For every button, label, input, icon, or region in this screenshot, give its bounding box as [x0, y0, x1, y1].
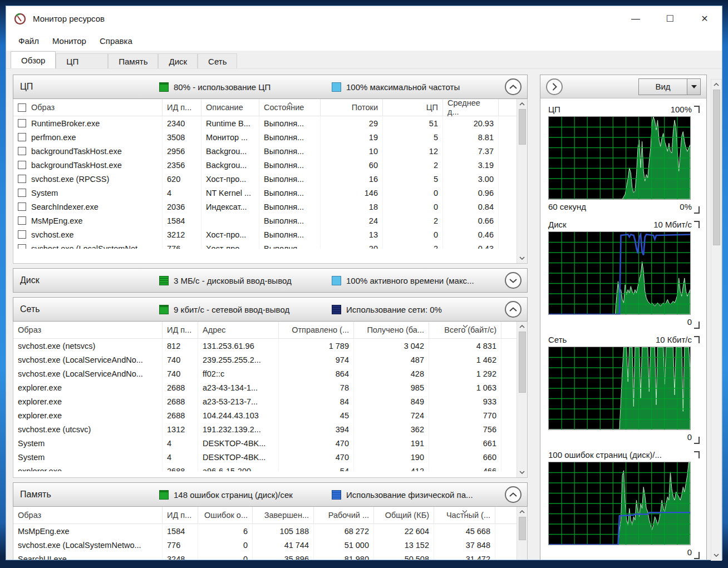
sort-indicator-icon — [462, 507, 467, 515]
network-collapse-button[interactable] — [505, 301, 522, 318]
row-checkbox[interactable] — [18, 175, 26, 183]
column-header-1[interactable]: ИД п... — [163, 99, 201, 116]
row-checkbox[interactable] — [18, 230, 26, 239]
tab-цп[interactable]: ЦП — [56, 53, 108, 68]
table-row[interactable]: svchost.exe (LocalSystemNet...776Хост-пр… — [13, 241, 527, 249]
expand-panel-button[interactable] — [546, 78, 563, 95]
table-row[interactable]: svchost.exe (utcsvc)1312191.232.139.2...… — [13, 422, 527, 436]
cpu-table-scrollbar[interactable] — [517, 99, 527, 263]
row-checkbox[interactable] — [18, 133, 26, 141]
row-checkbox[interactable] — [18, 189, 26, 197]
cell: 974 — [279, 353, 354, 367]
column-header-0[interactable]: Образ — [13, 507, 163, 523]
cell: 4 831 — [429, 339, 501, 353]
cpu-section-header[interactable]: ЦП 80% - использование ЦП 100% максималь… — [13, 75, 528, 99]
tab-обзор[interactable]: Обзор — [11, 51, 56, 68]
table-row[interactable]: explorer.exe2688a96-6-15-200...54412466 — [13, 464, 527, 471]
memory-section-header[interactable]: Память 148 ошибок страниц (диск)/сек Исп… — [13, 482, 528, 507]
scroll-up-icon[interactable] — [517, 507, 528, 517]
column-header-2[interactable]: Ошибок о... — [198, 507, 253, 523]
column-header-0[interactable]: Образ — [13, 99, 163, 116]
chart-min-label: 0 — [687, 432, 692, 442]
cell: 16 — [321, 172, 383, 186]
scrollbar-thumb[interactable] — [519, 332, 526, 393]
scrollbar-thumb[interactable] — [713, 90, 720, 245]
cell: 0.96 — [443, 186, 499, 200]
row-checkbox[interactable] — [18, 147, 26, 155]
column-header-0[interactable]: Образ — [13, 322, 163, 338]
table-row[interactable]: svchost.exe (RPCSS)620Хост-про...Выполня… — [13, 172, 527, 186]
column-header-5[interactable]: Общий (КБ) — [374, 507, 434, 523]
column-header-5[interactable]: ЦП — [383, 99, 443, 116]
disk-expand-button[interactable] — [505, 272, 522, 289]
table-row[interactable]: perfmon.exe3508Монитор ...Выполня...1958… — [13, 130, 527, 144]
select-all-checkbox[interactable] — [18, 103, 26, 112]
scroll-up-icon[interactable] — [517, 322, 528, 332]
scrollbar-thumb[interactable] — [519, 517, 526, 540]
row-checkbox[interactable] — [18, 244, 26, 249]
minimize-button[interactable]: — — [618, 6, 653, 31]
tab-диск[interactable]: Диск — [158, 53, 198, 68]
scroll-down-icon[interactable] — [517, 253, 528, 263]
row-checkbox[interactable] — [18, 161, 26, 169]
scroll-down-icon[interactable] — [711, 550, 722, 560]
row-checkbox[interactable] — [18, 216, 26, 225]
scroll-up-icon[interactable] — [711, 80, 722, 90]
column-header-3[interactable]: Завершен... — [253, 507, 314, 523]
table-row[interactable]: MsMpEng.exe1584Выполня...2420.66 — [13, 214, 527, 228]
table-row[interactable]: svchost.exe (netsvcs)812131.253.61.961 7… — [13, 339, 527, 353]
column-header-3[interactable]: Отправлено (... — [279, 322, 354, 338]
disk-section-header[interactable]: Диск 3 МБ/с - дисковый ввод-вывод 100% а… — [13, 268, 528, 293]
chart-x-label: 60 секунд — [548, 202, 586, 211]
scroll-down-icon[interactable] — [517, 467, 528, 477]
table-row[interactable]: explorer.exe2688a23-53-213-7...84849933 — [13, 394, 527, 408]
row-checkbox[interactable] — [18, 202, 26, 211]
tab-память[interactable]: Память — [108, 53, 158, 68]
column-header-3[interactable]: Состояние — [259, 99, 321, 116]
cpu-collapse-button[interactable] — [505, 78, 522, 95]
table-row[interactable]: svchost.exe (LocalSystemNetwo...776041 7… — [13, 538, 527, 552]
tab-сеть[interactable]: Сеть — [198, 53, 237, 68]
table-row[interactable]: MsMpEng.exe15846105 18868 27222 60445 66… — [13, 524, 527, 538]
menu-item-2[interactable]: Справка — [93, 34, 139, 48]
network-table-scrollbar[interactable] — [517, 322, 527, 477]
column-header-6[interactable]: Частный (... — [434, 507, 495, 523]
table-row[interactable]: backgroundTaskHost.exe2356Backgrou...Вып… — [13, 158, 527, 172]
table-row[interactable]: svchost.exe (LocalServiceAndNo...740239.… — [13, 353, 527, 367]
scrollbar-thumb[interactable] — [519, 109, 526, 145]
network-section-header[interactable]: Сеть 9 кбит/с - сетевой ввод-вывод Испол… — [13, 297, 528, 322]
table-row[interactable]: SearchUI.exe3248035 89681 98050 50831 47… — [13, 552, 527, 560]
table-row[interactable]: svchost.exe3212Хост-про...Выполня...1300… — [13, 228, 527, 241]
table-row[interactable]: System4DESKTOP-4BK...470191661 — [13, 436, 527, 450]
column-header-4[interactable]: Потоки — [321, 99, 383, 116]
column-header-5[interactable]: Всего (байт/с) — [429, 322, 501, 338]
view-dropdown-button[interactable]: Вид — [638, 78, 701, 95]
memory-table-scrollbar[interactable] — [517, 507, 527, 560]
table-row[interactable]: explorer.exe2688a23-43-134-1...789851 06… — [13, 381, 527, 394]
table-row[interactable]: svchost.exe (LocalServiceAndNo...740ff02… — [13, 367, 527, 381]
sidebar-scrollbar[interactable] — [711, 79, 722, 561]
cell: 2 — [383, 241, 443, 249]
table-row[interactable]: explorer.exe2688104.244.43.10345724770 — [13, 408, 527, 422]
column-header-6[interactable]: Среднее д... — [443, 99, 499, 116]
column-header-2[interactable]: Описание — [201, 99, 259, 116]
column-header-2[interactable]: Адрес — [198, 322, 279, 338]
scroll-up-icon[interactable] — [517, 99, 528, 109]
column-header-4[interactable]: Рабочий ... — [314, 507, 374, 523]
table-row[interactable]: System4DESKTOP-4BK...470190660 — [13, 450, 527, 464]
maximize-button[interactable]: ☐ — [653, 6, 687, 31]
table-row[interactable]: SearchIndexer.exe2036Индексат...Выполня.… — [13, 200, 527, 214]
column-header-4[interactable]: Получено (ба... — [354, 322, 429, 338]
menu-item-1[interactable]: Монитор — [46, 34, 93, 48]
row-checkbox[interactable] — [18, 119, 26, 127]
table-row[interactable]: backgroundTaskHost.exe2956Backgrou...Вып… — [13, 144, 527, 158]
menu-item-0[interactable]: Файл — [12, 34, 46, 48]
close-button[interactable]: ✕ — [687, 6, 722, 31]
column-header-1[interactable]: ИД п... — [163, 322, 198, 338]
column-header-1[interactable]: ИД п... — [163, 507, 198, 523]
view-dropdown-arrow[interactable] — [687, 79, 700, 95]
table-row[interactable]: RuntimeBroker.exe2340Runtime B...Выполня… — [13, 116, 527, 130]
memory-collapse-button[interactable] — [505, 486, 522, 503]
view-button-label[interactable]: Вид — [639, 79, 687, 95]
table-row[interactable]: System4NT Kernel ...Выполня...14600.96 — [13, 186, 527, 200]
